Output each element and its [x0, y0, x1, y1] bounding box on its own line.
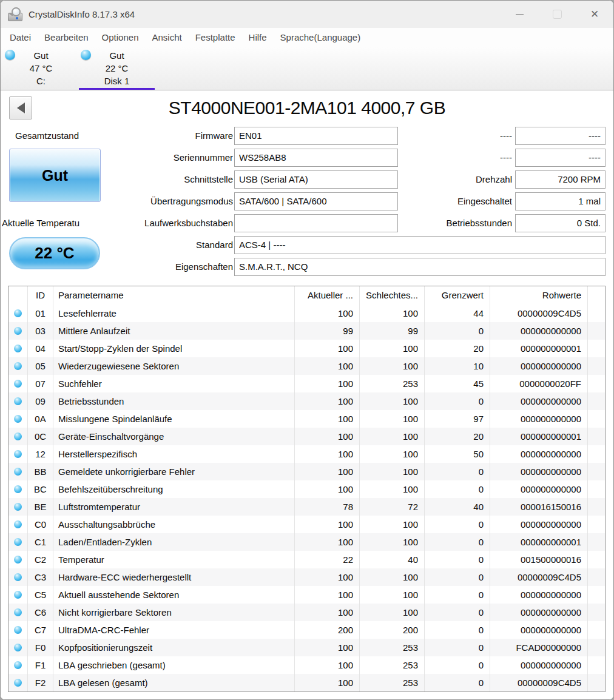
disk-temperature: 47 °C — [3, 62, 79, 75]
table-row[interactable]: C2Temperatur22400001500000016 — [8, 551, 605, 568]
worst-value-cell: 100 — [360, 604, 425, 621]
table-header-row: IDParameternameAktueller ...Schlechtes..… — [8, 286, 605, 305]
minimize-icon — [516, 14, 524, 15]
table-row[interactable]: F0Kopfpositionierungszeit1002530FCAD0000… — [8, 639, 605, 656]
temperature-badge[interactable]: 22 °C — [9, 237, 100, 269]
current-value-cell: 200 — [295, 621, 360, 639]
filler-cell — [588, 375, 605, 392]
column-header-worst: Schlechtes... — [360, 286, 425, 305]
table-row[interactable]: 04Start/Stopp-Zyklen der Spindel10010020… — [8, 340, 605, 357]
table-row[interactable]: 0CGeräte-Einschaltvorgänge10010020000000… — [8, 428, 605, 445]
table-row[interactable]: BCBefehlszeitüberschreitung1001000000000… — [8, 480, 605, 498]
table-row[interactable]: 12Herstellerspezifisch100100500000000000… — [8, 445, 605, 463]
field-value-box: WS258AB8 — [234, 149, 398, 167]
table-row[interactable]: 07Suchfehler100253450000000020FF — [8, 375, 605, 392]
field-value-box: 0 Std. — [515, 214, 606, 232]
field-label-mid: Schnittstelle — [92, 170, 233, 189]
app-window: CrystalDiskInfo 8.17.3 x64 ✕ DateiBearbe… — [0, 0, 614, 700]
status-orb-icon — [14, 573, 22, 581]
worst-value-cell: 100 — [360, 428, 425, 445]
table-row[interactable]: 05Wiederzugewiesene Sektoren100100100000… — [8, 357, 605, 375]
threshold-cell: 0 — [425, 533, 490, 551]
filler-cell — [588, 322, 605, 340]
table-row[interactable]: 0AMisslungene Spindelanläufe100100970000… — [8, 410, 605, 428]
worst-value-cell: 200 — [360, 621, 425, 639]
status-cell — [8, 322, 28, 340]
column-header-filler — [588, 286, 605, 305]
status-orb-icon — [14, 415, 22, 423]
field-value-box: ---- — [515, 149, 606, 167]
worst-value-cell: 100 — [360, 463, 425, 480]
menu-item-ansicht[interactable]: Ansicht — [145, 28, 188, 47]
current-value-cell: 100 — [295, 375, 360, 392]
filler-cell — [588, 551, 605, 568]
close-icon: ✕ — [590, 9, 599, 19]
table-row[interactable]: 03Mittlere Anlaufzeit99990000000000000 — [8, 322, 605, 340]
table-row[interactable]: BBGemeldete unkorrigierbare Fehler100100… — [8, 463, 605, 480]
table-row[interactable]: BELuftstromtemperatur787240000016150016 — [8, 498, 605, 516]
table-row[interactable]: C5Aktuell ausstehende Sektoren1001000000… — [8, 586, 605, 604]
table-row[interactable]: 09Betriebsstunden1001000000000000000 — [8, 392, 605, 410]
attribute-id-cell: 07 — [28, 375, 53, 392]
table-row[interactable]: C3Hardware-ECC wiederhergestellt10010000… — [8, 568, 605, 586]
table-row[interactable]: 01Lesefehlerrate1001004400000009C4D5 — [8, 305, 605, 322]
filler-cell — [588, 621, 605, 639]
table-row[interactable]: F2LBA gelesen (gesamt)100253000000009C4D… — [8, 674, 605, 692]
attribute-name-cell: Nicht korrigierbare Sektoren — [53, 604, 295, 621]
threshold-cell: 20 — [425, 428, 490, 445]
attribute-name-cell: Geräte-Einschaltvorgänge — [53, 428, 295, 445]
filler-cell — [588, 498, 605, 516]
raw-value-cell: 00000009C4D5 — [490, 674, 588, 692]
menu-item-festplatte[interactable]: Festplatte — [189, 28, 242, 47]
table-row[interactable]: C6Nicht korrigierbare Sektoren1001000000… — [8, 604, 605, 621]
table-row[interactable]: C0Ausschaltungsabbrüche10010000000000000… — [8, 516, 605, 533]
threshold-cell: 0 — [425, 586, 490, 604]
health-orb-icon — [81, 50, 91, 60]
window-title: CrystalDiskInfo 8.17.3 x64 — [29, 9, 135, 19]
health-status-label: Gesamtzustand — [15, 130, 79, 141]
disk-tab-disk-1[interactable]: Gut22 °CDisk 1 — [79, 47, 155, 90]
threshold-cell: 20 — [425, 340, 490, 357]
current-value-cell: 100 — [295, 639, 360, 656]
status-orb-icon — [14, 608, 22, 616]
disk-label: C: — [3, 75, 79, 87]
attribute-name-cell: Lesefehlerrate — [53, 305, 295, 322]
attribute-id-cell: 12 — [28, 445, 53, 463]
raw-value-cell: 000000000000 — [490, 410, 588, 428]
current-value-cell: 100 — [295, 568, 360, 586]
minimize-button[interactable] — [501, 1, 538, 28]
threshold-cell: 97 — [425, 410, 490, 428]
menu-item-optionen[interactable]: Optionen — [95, 28, 146, 47]
attribute-id-cell: 03 — [28, 322, 53, 340]
menu-item-bearbeiten[interactable]: Bearbeiten — [38, 28, 95, 47]
threshold-cell: 0 — [425, 621, 490, 639]
attribute-name-cell: Gemeldete unkorrigierbare Fehler — [53, 463, 295, 480]
attribute-name-cell: LBA geschrieben (gesamt) — [53, 656, 295, 674]
attribute-name-cell: Suchfehler — [53, 375, 295, 392]
attribute-name-cell: Laden/Entladen-Zyklen — [53, 533, 295, 551]
filler-cell — [588, 604, 605, 621]
table-row[interactable]: C1Laden/Entladen-Zyklen10010000000000000… — [8, 533, 605, 551]
disk-tab-c[interactable]: Gut47 °CC: — [3, 47, 79, 90]
menu-item-hilfe[interactable]: Hilfe — [242, 28, 274, 47]
menu-item-sprache-language[interactable]: Sprache(Language) — [274, 28, 368, 47]
raw-value-cell: 000000000000 — [490, 604, 588, 621]
filler-cell — [588, 463, 605, 480]
column-header-id: ID — [28, 286, 53, 305]
field-label-right: ---- — [401, 149, 512, 167]
worst-value-cell: 40 — [360, 551, 425, 568]
attribute-name-cell: Start/Stopp-Zyklen der Spindel — [53, 340, 295, 357]
worst-value-cell: 100 — [360, 516, 425, 533]
close-button[interactable]: ✕ — [576, 1, 613, 28]
table-row[interactable]: C7UltraDMA-CRC-Fehler2002000000000000000 — [8, 621, 605, 639]
status-cell — [8, 586, 28, 604]
health-status-button[interactable]: Gut — [9, 149, 101, 202]
attribute-id-cell: BB — [28, 463, 53, 480]
table-row[interactable]: F1LBA geschrieben (gesamt)10025300000000… — [8, 656, 605, 674]
filler-cell — [588, 392, 605, 410]
menu-item-datei[interactable]: Datei — [3, 28, 38, 47]
worst-value-cell: 99 — [360, 322, 425, 340]
maximize-button[interactable] — [538, 1, 576, 28]
maximize-icon — [553, 10, 562, 19]
threshold-cell: 10 — [425, 357, 490, 375]
